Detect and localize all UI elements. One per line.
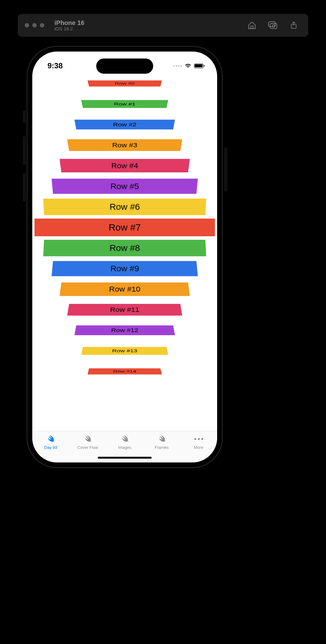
list-row[interactable]: Row #2 [32, 116, 217, 133]
phone-screen: 9:38 Row #0Row #1Row #2Row #3Row #4Row #… [32, 52, 217, 462]
tab-cover-flow[interactable]: Cover Flow [73, 434, 102, 450]
row-label: Row #3 [112, 142, 137, 149]
volume-up-button[interactable] [23, 136, 26, 165]
row-label: Row #0 [115, 82, 135, 85]
row-label: Row #1 [114, 102, 136, 106]
tab-label: More [194, 445, 204, 450]
row-bar: Row #2 [74, 120, 175, 129]
row-label: Row #4 [111, 162, 138, 170]
share-button[interactable] [286, 19, 301, 32]
cellular-icon [173, 65, 182, 67]
row-bar: Row #1 [81, 100, 168, 108]
scroll-content[interactable]: Row #0Row #1Row #2Row #3Row #4Row #5Row … [32, 52, 217, 431]
sim-device-title: iPhone 16 [54, 19, 84, 26]
tab-label: Day 93 [44, 445, 57, 450]
list-row[interactable]: Row #14 [32, 362, 217, 380]
list-row[interactable]: Row #8 [32, 239, 217, 257]
camera-stack-icon [268, 21, 278, 30]
tab-day-93[interactable]: Day 93 [36, 434, 65, 450]
row-bar: Row #11 [67, 304, 182, 316]
list-row[interactable]: Row #9 [32, 260, 217, 277]
row-label: Row #5 [110, 182, 139, 191]
close-icon[interactable] [25, 23, 29, 28]
list-row[interactable]: Row #12 [32, 321, 217, 339]
home-button[interactable] [244, 19, 260, 32]
share-icon [290, 21, 298, 29]
list-row[interactable]: Row #7 [32, 219, 217, 236]
status-indicators [173, 63, 204, 68]
swift-icon [45, 434, 56, 444]
status-time: 9:38 [47, 61, 63, 70]
battery-icon [194, 64, 205, 68]
dynamic-island [96, 59, 153, 74]
svg-rect-1 [270, 23, 277, 28]
row-label: Row #12 [111, 327, 139, 333]
tab-label: Cover Flow [77, 445, 98, 450]
list-row[interactable]: Row #6 [32, 198, 217, 216]
row-bar: Row #10 [60, 282, 190, 296]
list-row[interactable]: Row #3 [32, 136, 217, 154]
svg-rect-0 [269, 22, 275, 27]
row-label: Row #2 [113, 121, 137, 127]
row-label: Row #7 [109, 222, 141, 233]
row-label: Row #11 [110, 306, 139, 313]
list-row[interactable]: Row #4 [32, 157, 217, 175]
row-label: Row #9 [110, 264, 139, 273]
row-bar: Row #0 [88, 80, 162, 86]
row-label: Row #13 [112, 348, 137, 353]
row-label: Row #6 [110, 202, 140, 212]
home-icon [248, 21, 256, 30]
wifi-icon [185, 63, 191, 68]
swift-icon [156, 434, 167, 444]
list-row[interactable]: Row #11 [32, 301, 217, 319]
sim-os-version: iOS 18.2 [54, 26, 84, 32]
sim-title-block: iPhone 16 iOS 18.2 [54, 19, 84, 32]
row-bar: Row #9 [52, 261, 198, 276]
row-bar: Row #4 [60, 159, 190, 172]
home-indicator[interactable] [98, 457, 152, 459]
zoom-icon[interactable] [40, 23, 44, 28]
list-row[interactable]: Row #1 [32, 95, 217, 113]
swift-icon [82, 434, 93, 444]
swift-icon [119, 434, 130, 444]
list-row[interactable]: Row #0 [32, 75, 217, 92]
window-traffic-lights[interactable] [25, 23, 44, 28]
list-row[interactable]: Row #5 [32, 177, 217, 195]
row-bar: Row #7 [34, 219, 215, 236]
tab-frames[interactable]: Frames [147, 434, 176, 450]
row-bar: Row #6 [43, 199, 206, 215]
phone-frame: 9:38 Row #0Row #1Row #2Row #3Row #4Row #… [27, 46, 223, 468]
volume-down-button[interactable] [23, 173, 26, 202]
row-bar: Row #5 [52, 179, 198, 194]
action-button[interactable] [23, 110, 26, 123]
screenshot-button[interactable] [265, 19, 280, 32]
row-label: Row #14 [113, 369, 136, 373]
row-bar: Row #13 [81, 347, 168, 355]
power-button[interactable] [224, 147, 227, 192]
tab-more[interactable]: More [185, 434, 213, 450]
row-bar: Row #12 [74, 325, 175, 335]
simulator-toolbar: iPhone 16 iOS 18.2 [18, 14, 308, 37]
row-bar: Row #3 [67, 139, 182, 151]
more-icon [193, 434, 204, 444]
tab-label: Images [118, 445, 132, 450]
row-label: Row #10 [109, 285, 141, 293]
tab-images[interactable]: Images [110, 434, 139, 450]
list-row[interactable]: Row #10 [32, 280, 217, 298]
row-bar: Row #14 [88, 368, 162, 375]
row-label: Row #8 [110, 243, 140, 253]
tab-label: Frames [155, 445, 169, 450]
row-bar: Row #8 [43, 240, 206, 256]
minimize-icon[interactable] [32, 23, 37, 28]
list-row[interactable]: Row #13 [32, 342, 217, 360]
